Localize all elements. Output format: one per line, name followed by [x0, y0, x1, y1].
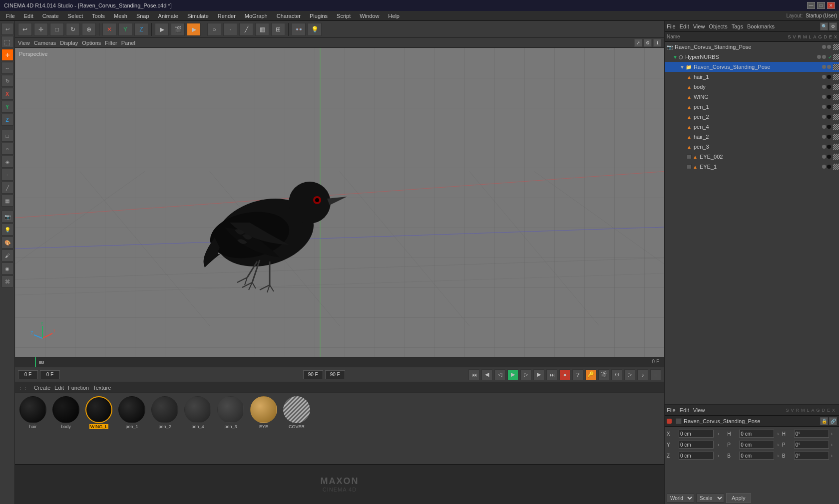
tool-edge[interactable]: ╱ [1, 182, 13, 194]
btn-goto-start[interactable]: ⏮ [468, 369, 479, 380]
obj-menu-bookmarks[interactable]: Bookmarks [747, 23, 775, 29]
tb-point-mode[interactable]: · [223, 23, 237, 36]
btn-motion-play[interactable]: ▷ [624, 369, 635, 380]
attr-lock-icon[interactable]: 🔒 [820, 417, 828, 425]
viewport[interactable]: Perspective X Y Z [15, 48, 664, 357]
tb-obj-mode[interactable]: ○ [207, 23, 221, 36]
mat-menu-edit[interactable]: Edit [54, 385, 64, 391]
apply-button[interactable]: Apply [726, 493, 751, 503]
obj-row-wing[interactable]: ▲ WING [665, 92, 839, 102]
attr-deg-b-input[interactable] [794, 452, 829, 460]
fps-input[interactable] [325, 370, 345, 379]
vp-icon-settings[interactable]: ⚙ [644, 39, 652, 47]
obj-row-pen1[interactable]: ▲ pen_1 [665, 102, 839, 112]
tb-y[interactable]: Y [118, 23, 132, 36]
close-button[interactable]: ✕ [827, 2, 835, 9]
attr-deg-h-input[interactable] [794, 430, 829, 438]
mat-menu-function[interactable]: Function [68, 385, 89, 391]
attr-deg-p-input[interactable] [794, 441, 829, 449]
tool-undo[interactable]: ↩ [1, 23, 13, 35]
menu-plugins[interactable]: Plugins [306, 12, 332, 20]
material-wing-l[interactable]: WING_L [84, 396, 114, 461]
tb-edge-mode[interactable]: ╱ [239, 23, 253, 36]
vp-menu-cameras[interactable]: Cameras [34, 40, 56, 46]
menu-animate[interactable]: Animate [154, 12, 182, 20]
btn-record[interactable]: ● [559, 369, 570, 380]
attr-y-input[interactable] [679, 441, 714, 449]
tool-z-axis[interactable]: Z [1, 114, 13, 126]
material-pen1[interactable]: pen_1 [117, 396, 147, 461]
tool-camera[interactable]: 📷 [1, 211, 13, 223]
obj-row-pen3[interactable]: ▲ pen_3 [665, 142, 839, 152]
material-eye[interactable]: EYE [249, 396, 279, 461]
tb-cube[interactable]: □ [50, 23, 64, 36]
tool-sculpt[interactable]: ◉ [1, 262, 13, 274]
obj-menu-objects[interactable]: Objects [709, 23, 727, 29]
attr-z-input[interactable] [679, 452, 714, 460]
tool-mesh[interactable]: ◈ [1, 156, 13, 168]
tool-brush[interactable]: 🖌 [1, 250, 13, 261]
menu-edit[interactable]: Edit [20, 12, 37, 20]
menu-tools[interactable]: Tools [88, 12, 109, 20]
tb-render-to-pic[interactable]: 🎬 [171, 23, 185, 36]
obj-row-eye002[interactable]: ▲ EYE_002 [665, 152, 839, 162]
attr-menu-edit[interactable]: Edit [680, 407, 689, 413]
tool-y-axis[interactable]: Y [1, 101, 13, 113]
obj-menu-tags[interactable]: Tags [732, 23, 743, 29]
tool-scale[interactable]: ↔ [1, 62, 13, 74]
tb-light-icon[interactable]: 💡 [308, 23, 322, 36]
vp-menu-filter[interactable]: Filter [105, 40, 117, 46]
attr-menu-file[interactable]: File [667, 407, 676, 413]
attr-link-icon[interactable]: 🔗 [829, 417, 837, 425]
obj-row-pen4[interactable]: ▲ pen_4 [665, 122, 839, 132]
vp-menu-view[interactable]: View [18, 40, 30, 46]
coord-system-select[interactable]: World Object Global [667, 494, 694, 503]
obj-row-hair2[interactable]: ▲ hair_2 [665, 132, 839, 142]
material-pen2[interactable]: pen_2 [150, 396, 180, 461]
object-list[interactable]: 📷 Raven_Corvus_Standing_Pose ▼ ⬡ HyperNU… [665, 42, 839, 404]
tool-rotate[interactable]: ↻ [1, 75, 13, 87]
obj-row-pen2[interactable]: ▲ pen_2 [665, 112, 839, 122]
frame-end-input[interactable] [303, 370, 323, 379]
tb-z[interactable]: Z [134, 23, 148, 36]
menu-snap[interactable]: Snap [132, 12, 153, 20]
btn-next-key[interactable]: ▷ [520, 369, 531, 380]
btn-next-frame[interactable]: ▶ [533, 369, 544, 380]
tb-render[interactable]: ▶ [155, 23, 169, 36]
obj-row-raven-root[interactable]: 📷 Raven_Corvus_Standing_Pose [665, 42, 839, 52]
obj-menu-file[interactable]: File [667, 23, 676, 29]
attr-p-input[interactable] [739, 441, 774, 449]
frame-current-input[interactable] [18, 370, 38, 379]
tool-point[interactable]: · [1, 169, 13, 181]
obj-row-body[interactable]: ▲ body [665, 82, 839, 92]
obj-row-eye1[interactable]: ▲ EYE_1 [665, 162, 839, 172]
menu-help[interactable]: Help [384, 12, 404, 20]
tb-new-obj[interactable]: ✛ [34, 23, 48, 36]
btn-motion-clip[interactable]: 🎬 [598, 369, 609, 380]
obj-row-hypernurbs[interactable]: ▼ ⬡ HyperNURBS ✓ [665, 52, 839, 62]
tool-sphere[interactable]: ○ [1, 143, 13, 155]
menu-select[interactable]: Select [64, 12, 87, 20]
tb-render-active[interactable]: ▶ [187, 23, 201, 36]
vp-menu-display[interactable]: Display [60, 40, 78, 46]
material-cover[interactable]: COVER [282, 396, 312, 461]
tool-light[interactable]: 💡 [1, 224, 13, 236]
tool-select[interactable]: ⬚ [1, 36, 13, 48]
tool-x-axis[interactable]: X [1, 88, 13, 100]
btn-prev-frame[interactable]: ◀ [481, 369, 492, 380]
tool-move[interactable]: ✛ [1, 49, 13, 61]
tool-cube[interactable]: □ [1, 130, 13, 142]
attr-b-input[interactable] [739, 452, 774, 460]
tb-poly-mode[interactable]: ▦ [255, 23, 269, 36]
menu-window[interactable]: Window [356, 12, 383, 20]
attr-menu-view[interactable]: View [693, 407, 705, 413]
obj-settings-icon[interactable]: ⚙ [829, 22, 837, 30]
minimize-button[interactable]: — [807, 2, 815, 9]
btn-sound[interactable]: ♪ [637, 369, 648, 380]
menu-render[interactable]: Render [214, 12, 240, 20]
menu-character[interactable]: Character [273, 12, 305, 20]
frame-field-input[interactable] [40, 370, 60, 379]
btn-goto-end[interactable]: ⏭ [546, 369, 557, 380]
attr-h-input[interactable] [739, 430, 774, 438]
vp-icon-fullscreen[interactable]: ⤢ [634, 39, 642, 47]
